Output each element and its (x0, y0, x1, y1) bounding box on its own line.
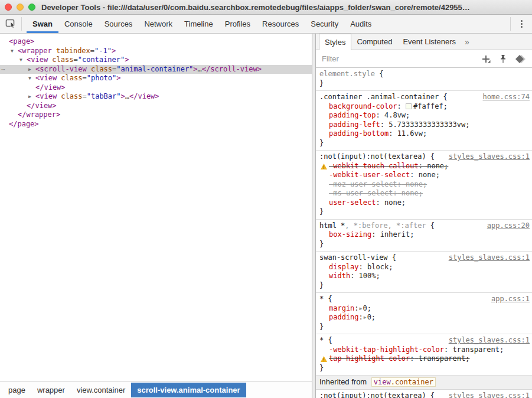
css-source-link[interactable]: styles_slaves.css:1 (449, 336, 530, 345)
styles-tab-computed[interactable]: Computed (351, 34, 397, 50)
dom-tree-row[interactable]: ▼<wrapper tabindex="-1"> (0, 47, 312, 56)
dom-tree-row[interactable]: ▼<view class="container"> (0, 56, 312, 65)
rule-selector: element.style (319, 70, 375, 78)
dom-tree-row[interactable]: </wrapper> (0, 110, 312, 120)
rule-selector-line: styles_slaves.css:1:not(input):not(texta… (319, 392, 530, 398)
window-titlebar: Developer Tools - file:///data/user/0/co… (0, 0, 532, 15)
tab-security[interactable]: Security (305, 15, 344, 33)
css-property[interactable]: user-select: none; (319, 198, 530, 208)
css-property[interactable]: tap-highlight-color: transparent; (319, 354, 530, 364)
kebab-menu-button[interactable] (511, 15, 532, 33)
rule-close-brace: } (319, 207, 530, 217)
css-declaration: padding:▶0; (329, 313, 376, 321)
css-property[interactable]: padding:▶0; (319, 313, 530, 322)
panel-resizer[interactable] (312, 34, 316, 398)
dom-token-tag: </scroll-view> (202, 65, 262, 73)
css-property[interactable]: background-color: #faffef; (319, 102, 530, 112)
collapse-arrow-icon[interactable]: ▼ (19, 56, 27, 65)
dom-token-val: "-1" (94, 47, 112, 55)
dom-tree-row[interactable]: ▶<view class="tabBar">…</view> (0, 92, 312, 102)
dom-token-eq: = (82, 92, 86, 100)
css-property[interactable]: width: 100%; (319, 272, 530, 281)
css-source-link[interactable]: app.css:20 (487, 221, 530, 231)
collapse-arrow-icon[interactable]: ▼ (11, 47, 18, 56)
tab-resources[interactable]: Resources (256, 15, 305, 33)
tab-swan[interactable]: Swan (27, 15, 58, 33)
node-link[interactable]: view.container (371, 377, 436, 387)
property-name: background-color (329, 102, 397, 110)
property-name: display (329, 263, 359, 271)
crumb-scroll-view-animal-container[interactable]: scroll-view.animal-container (131, 383, 246, 397)
css-source-link[interactable]: home.css:74 (483, 93, 530, 102)
styles-filter-input[interactable] (322, 54, 482, 63)
crumb-view-container[interactable]: view.container (71, 383, 131, 397)
expand-arrow-icon[interactable]: ▶ (28, 92, 35, 102)
property-value: block; (367, 263, 393, 271)
collapse-arrow-icon[interactable]: ▼ (28, 74, 35, 83)
style-rule: styles_slaves.css:1:not(input):not(texta… (316, 390, 532, 398)
styles-tab-event-listeners[interactable]: Event Listeners (397, 34, 461, 50)
dom-tree-row[interactable]: <page> (0, 37, 312, 47)
css-property[interactable]: margin:▶0; (319, 304, 530, 314)
css-property[interactable]: padding-bottom: 11.6vw; (319, 129, 530, 139)
dom-tree-row[interactable]: ▼<view class="photo"> (0, 74, 312, 83)
css-property[interactable]: -ms-user-select: none; (319, 189, 530, 198)
css-source-link[interactable]: styles_slaves.css:1 (449, 152, 530, 162)
property-value: 100%; (359, 272, 380, 280)
css-source-link[interactable]: app.css:1 (491, 295, 530, 304)
rule-selector-line: home.css:74.container .animal-container … (319, 93, 530, 102)
crumb-wrapper[interactable]: wrapper (31, 383, 71, 397)
inspect-element-button[interactable] (0, 15, 21, 33)
css-property[interactable]: padding-top: 4.8vw; (319, 111, 530, 120)
tab-timeline[interactable]: Timeline (178, 15, 219, 33)
tab-audits[interactable]: Audits (344, 15, 377, 33)
style-rule: styles_slaves.css:1swan-scroll-view {dis… (316, 252, 532, 293)
css-property[interactable]: -webkit-touch-callout: none; (319, 162, 530, 171)
css-source-link[interactable]: styles_slaves.css:1 (449, 392, 530, 398)
dom-tree: <page>▼<wrapper tabindex="-1">▼<view cla… (0, 34, 312, 381)
styles-tab-styles[interactable]: Styles (319, 34, 351, 50)
expand-shorthand-icon[interactable]: ▶ (363, 315, 367, 320)
minimize-window-button[interactable] (17, 4, 24, 11)
dom-token-val: "container" (78, 56, 125, 64)
dom-tree-row[interactable]: </view> (0, 83, 312, 93)
tab-network[interactable]: Network (138, 15, 178, 33)
css-property[interactable]: box-sizing: inherit; (319, 230, 530, 240)
css-property[interactable]: -webkit-tap-highlight-color: transparent… (319, 345, 530, 355)
rule-selector-line: styles_slaves.css:1* { (319, 336, 530, 345)
tab-profiles[interactable]: Profiles (219, 15, 256, 33)
dom-tree-row[interactable]: </page> (0, 120, 312, 129)
dom-tree-row[interactable]: </view> (0, 102, 312, 111)
css-property[interactable]: -moz-user-select: none; (319, 180, 530, 190)
zoom-window-button[interactable] (28, 4, 35, 11)
rule-selector: .container .animal-container (319, 93, 439, 101)
css-property[interactable]: padding-left: 5.73333333333333vw; (319, 120, 530, 130)
node-link-class: .container (391, 378, 433, 386)
warning-icon (321, 356, 327, 362)
styles-rule-list: element.style {}home.css:74.container .a… (316, 68, 532, 398)
color-swatch[interactable] (406, 103, 412, 109)
expand-arrow-icon[interactable]: ▶ (28, 65, 35, 74)
css-property[interactable]: -webkit-user-select: none; (319, 171, 530, 180)
crumb-page[interactable]: page (2, 383, 31, 397)
property-value: inherit; (380, 230, 414, 239)
rule-selector: swan-scroll-view (319, 253, 388, 262)
warning-icon (321, 164, 327, 169)
tab-console[interactable]: Console (58, 15, 99, 33)
pin-toggle-icon[interactable] (500, 54, 507, 64)
dom-token-tag: > (121, 92, 125, 100)
property-value: 0; (367, 313, 376, 321)
close-window-button[interactable] (5, 4, 12, 11)
css-property[interactable]: display: block; (319, 263, 530, 272)
overflow-tabs-button[interactable]: » (461, 34, 473, 50)
dom-tree-row[interactable]: ⋯▶<scroll-view class="animal-container">… (0, 65, 312, 74)
dom-token-tag: > (125, 56, 129, 64)
css-declaration: box-sizing: inherit; (329, 230, 414, 239)
new-style-rule-icon[interactable] (482, 55, 491, 63)
rule-selector: html * (319, 221, 345, 230)
tab-sources[interactable]: Sources (99, 15, 139, 33)
css-source-link[interactable]: styles_slaves.css:1 (449, 253, 530, 263)
style-rule: element.style {} (316, 68, 532, 91)
property-value: none; (419, 171, 440, 179)
element-state-icon[interactable] (515, 55, 526, 63)
